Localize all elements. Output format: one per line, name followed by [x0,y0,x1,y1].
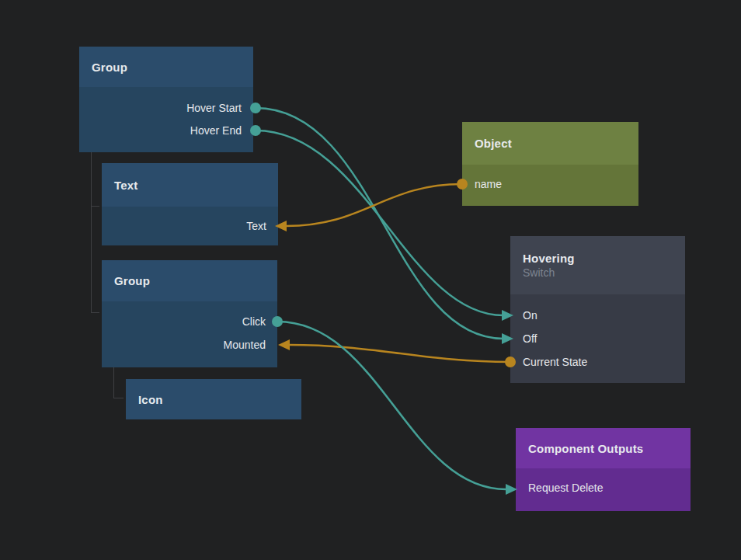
node-object-1-header: Object [462,122,638,165]
edge-current-state-to-mounted[interactable] [289,345,510,362]
node-hovering-1[interactable]: Hovering Switch On Off Current State [510,236,685,383]
node-icon-1[interactable]: Icon [126,379,301,419]
port-hover-end[interactable]: Hover End [79,120,253,141]
node-component-outputs[interactable]: Component Outputs Request Delete [516,428,691,511]
tree-line-vertical-group1 [91,152,92,313]
node-subtitle: Switch [523,266,673,279]
node-hovering-1-header: Hovering Switch [510,236,685,294]
edge-arrowhead-mounted [278,339,290,350]
node-title: Object [475,137,626,150]
port-text[interactable]: Text [102,215,278,237]
node-title: Icon [138,393,289,406]
node-hovering-1-body: On Off Current State [510,294,685,383]
tree-line-tick-text [91,206,99,207]
tree-line-vertical-group2 [113,367,114,398]
node-icon-1-header: Icon [126,379,301,419]
port-name[interactable]: name [462,173,638,195]
node-title: Group [114,274,265,287]
node-object-1[interactable]: Object name [462,122,638,206]
node-title: Group [92,61,241,74]
port-hover-start[interactable]: Hover Start [79,97,253,119]
node-group-2-header: Group [102,260,277,301]
port-on[interactable]: On [510,304,685,326]
node-group-1[interactable]: Group Hover Start Hover End [79,47,253,152]
node-text-1-body: Text [102,207,278,245]
node-component-outputs-header: Component Outputs [516,428,691,468]
node-component-outputs-body: Request Delete [516,468,691,511]
port-current-state[interactable]: Current State [510,351,685,373]
node-title: Component Outputs [528,442,678,455]
port-request-delete[interactable]: Request Delete [516,477,691,499]
node-group-1-body: Hover Start Hover End [79,87,253,152]
node-text-1[interactable]: Text Text [102,163,278,245]
node-title: Hovering [523,252,673,265]
node-title: Text [114,179,266,192]
tree-line-tick-group2 [91,312,99,313]
node-group-1-header: Group [79,47,253,87]
edge-name-to-text[interactable] [286,184,462,226]
port-mounted[interactable]: Mounted [102,334,277,356]
node-text-1-header: Text [102,163,278,207]
port-click[interactable]: Click [102,311,277,332]
port-off[interactable]: Off [510,328,685,350]
edge-click-to-request-delete[interactable] [277,322,506,489]
node-object-1-body: name [462,165,638,206]
node-group-2-body: Click Mounted [102,301,277,367]
tree-line-tick-icon [113,398,124,398]
node-group-2[interactable]: Group Click Mounted [102,260,277,367]
node-editor-canvas[interactable]: Group Hover Start Hover End Text Text Gr… [0,0,741,560]
